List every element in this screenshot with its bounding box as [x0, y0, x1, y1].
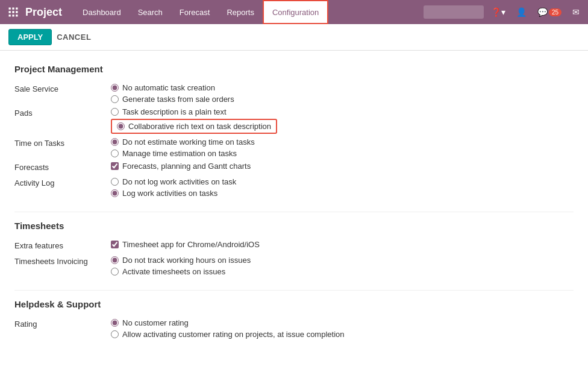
- settings-row-0-4: Activity LogDo not log work activities o…: [14, 175, 574, 200]
- section-title-2: Helpdesk & Support: [14, 299, 574, 309]
- radio-input-0-2-0[interactable]: [111, 138, 119, 146]
- login-icon[interactable]: 👤: [513, 5, 530, 19]
- option-label-1-1-1: Activate timesheets on issues: [122, 267, 225, 276]
- mail-icon[interactable]: ✉: [569, 5, 583, 19]
- option-label-0-2-0: Do not estimate working time on tasks: [122, 137, 255, 146]
- radio-input-0-4-0[interactable]: [111, 178, 119, 186]
- field-options-1-1: Do not track working hours on issuesActi…: [111, 256, 251, 276]
- radio-input-2-0-1[interactable]: [111, 330, 119, 338]
- option-label-0-1-1: Collaborative rich text on task descript…: [128, 122, 271, 131]
- section-separator-1: [14, 290, 574, 291]
- field-label-0-1: Pads: [14, 107, 111, 118]
- main-nav: Dashboard Search Forecast Reports Config…: [74, 0, 424, 24]
- option-label-0-4-1: Log work activities on tasks: [122, 189, 217, 198]
- option-0-4-0[interactable]: Do not log work activities on task: [111, 177, 236, 186]
- radio-input-1-1-0[interactable]: [111, 256, 119, 264]
- help-icon[interactable]: ❓▾: [487, 5, 509, 19]
- grid-menu-icon[interactable]: [5, 4, 22, 20]
- apply-button[interactable]: APPLY: [8, 29, 52, 45]
- section-title-1: Timesheets: [14, 221, 574, 231]
- option-0-2-1[interactable]: Manage time estimation on tasks: [111, 149, 255, 158]
- chat-icon[interactable]: 💬 25: [534, 5, 565, 19]
- field-options-0-3: Forecasts, planning and Gantt charts: [111, 162, 251, 171]
- nav-reports[interactable]: Reports: [218, 0, 263, 24]
- field-options-1-0: Timesheet app for Chrome/Android/iOS: [111, 240, 260, 249]
- settings-table-0: Sale ServiceNo automatic task creationGe…: [14, 81, 574, 200]
- app-title: Project: [25, 6, 62, 19]
- notification-badge: 25: [549, 8, 561, 16]
- radio-input-1-1-1[interactable]: [111, 268, 119, 276]
- option-2-0-1[interactable]: Allow activating customer rating on proj…: [111, 330, 345, 339]
- radio-input-2-0-0[interactable]: [111, 319, 119, 327]
- nav-forecast[interactable]: Forecast: [171, 0, 219, 24]
- option-label-1-0-0: Timesheet app for Chrome/Android/iOS: [122, 240, 260, 249]
- option-0-3-0[interactable]: Forecasts, planning and Gantt charts: [111, 162, 251, 171]
- option-0-2-0[interactable]: Do not estimate working time on tasks: [111, 137, 255, 146]
- field-options-0-2: Do not estimate working time on tasksMan…: [111, 137, 255, 158]
- checkbox-input-1-0-0[interactable]: [111, 241, 119, 248]
- field-label-0-3: Forecasts: [14, 162, 111, 172]
- settings-row-1-0: Extra featuresTimesheet app for Chrome/A…: [14, 238, 574, 254]
- option-label-0-1-0: Task description is a plain text: [122, 107, 227, 116]
- nav-configuration[interactable]: Configuration: [263, 0, 328, 24]
- checkbox-input-0-3-0[interactable]: [111, 162, 119, 170]
- option-2-0-0[interactable]: No customer rating: [111, 318, 345, 327]
- option-label-2-0-1: Allow activating customer rating on proj…: [122, 330, 345, 339]
- field-options-0-4: Do not log work activities on taskLog wo…: [111, 177, 236, 198]
- field-label-0-2: Time on Tasks: [14, 137, 111, 148]
- settings-row-2-0: RatingNo customer ratingAllow activating…: [14, 317, 574, 341]
- topbar-right: ❓▾ 👤 💬 25 ✉: [424, 5, 583, 19]
- topbar: Project Dashboard Search Forecast Report…: [0, 0, 588, 24]
- option-label-2-0-0: No customer rating: [122, 318, 189, 327]
- settings-row-0-3: ForecastsForecasts, planning and Gantt c…: [14, 160, 574, 175]
- option-label-0-4-0: Do not log work activities on task: [122, 177, 236, 186]
- radio-input-0-1-1[interactable]: [117, 122, 125, 130]
- field-label-0-4: Activity Log: [14, 177, 111, 187]
- section-title-0: Project Management: [14, 64, 574, 74]
- option-0-0-1[interactable]: Generate tasks from sale orders: [111, 95, 234, 104]
- option-label-1-1-0: Do not track working hours on issues: [122, 256, 251, 265]
- settings-row-0-2: Time on TasksDo not estimate working tim…: [14, 136, 574, 160]
- field-label-2-0: Rating: [14, 318, 111, 329]
- option-label-0-0-0: No automatic task creation: [122, 83, 215, 92]
- main-content: Project ManagementSale ServiceNo automat…: [0, 51, 588, 362]
- nav-search[interactable]: Search: [130, 0, 171, 24]
- option-label-0-2-1: Manage time estimation on tasks: [122, 149, 237, 158]
- settings-row-1-1: Timesheets InvoicingDo not track working…: [14, 254, 574, 278]
- radio-input-0-2-1[interactable]: [111, 150, 119, 157]
- section-separator-0: [14, 212, 574, 212]
- option-0-1-0[interactable]: Task description is a plain text: [111, 107, 277, 116]
- radio-input-0-4-1[interactable]: [111, 189, 119, 197]
- option-1-0-0[interactable]: Timesheet app for Chrome/Android/iOS: [111, 240, 260, 249]
- field-options-2-0: No customer ratingAllow activating custo…: [111, 318, 345, 339]
- settings-table-1: Extra featuresTimesheet app for Chrome/A…: [14, 238, 574, 278]
- action-bar: APPLY CANCEL: [0, 24, 588, 51]
- topbar-search-input[interactable]: [424, 5, 484, 19]
- option-1-1-1[interactable]: Activate timesheets on issues: [111, 267, 251, 276]
- option-label-0-0-1: Generate tasks from sale orders: [122, 95, 234, 104]
- radio-input-0-0-1[interactable]: [111, 95, 119, 103]
- radio-input-0-0-0[interactable]: [111, 84, 119, 92]
- field-label-0-0: Sale Service: [14, 83, 111, 93]
- option-0-0-0[interactable]: No automatic task creation: [111, 83, 234, 92]
- option-0-1-1[interactable]: Collaborative rich text on task descript…: [111, 119, 277, 134]
- option-0-4-1[interactable]: Log work activities on tasks: [111, 189, 236, 198]
- settings-row-0-0: Sale ServiceNo automatic task creationGe…: [14, 81, 574, 106]
- field-options-0-0: No automatic task creationGenerate tasks…: [111, 83, 234, 104]
- cancel-button[interactable]: CANCEL: [57, 33, 91, 42]
- radio-input-0-1-0[interactable]: [111, 108, 119, 116]
- field-options-0-1: Task description is a plain textCollabor…: [111, 107, 277, 134]
- field-label-1-1: Timesheets Invoicing: [14, 256, 111, 266]
- nav-dashboard[interactable]: Dashboard: [74, 0, 130, 24]
- settings-table-2: RatingNo customer ratingAllow activating…: [14, 317, 574, 341]
- option-label-0-3-0: Forecasts, planning and Gantt charts: [122, 162, 251, 171]
- field-label-1-0: Extra features: [14, 240, 111, 250]
- option-1-1-0[interactable]: Do not track working hours on issues: [111, 256, 251, 265]
- settings-row-0-1: PadsTask description is a plain textColl…: [14, 106, 574, 136]
